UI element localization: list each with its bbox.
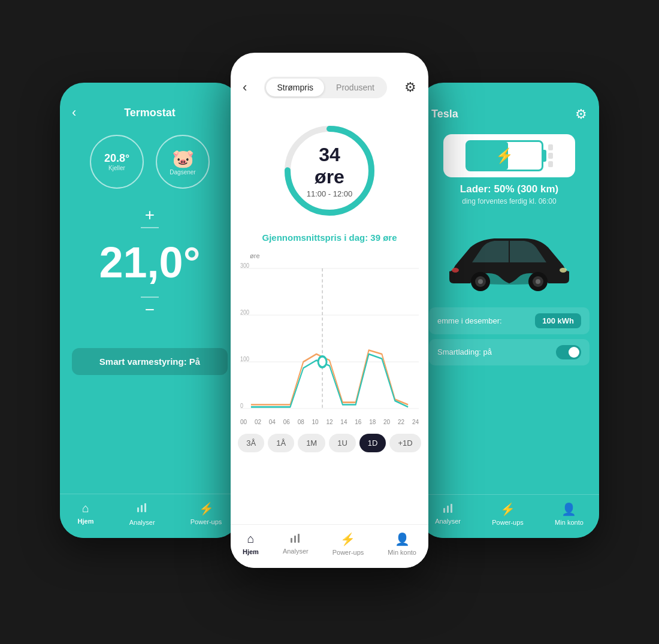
tab-strompris[interactable]: Strømpris <box>266 78 324 96</box>
period-1y[interactable]: 1Å <box>268 434 294 452</box>
battery-display: ⚡ <box>443 134 575 177</box>
x-label: 06 <box>283 419 290 425</box>
right-phone: Tesla ⚙ ⚡ Lader: 50% (300 km) ding forve <box>419 83 599 538</box>
home-icon-center: ⌂ <box>247 532 254 546</box>
nav-analyser-right[interactable]: Analyser <box>435 502 461 526</box>
nav-analyser-center[interactable]: Analyser <box>283 532 309 556</box>
smartlading-row: Smartlading: på <box>429 339 590 365</box>
donut-text: 34 øre 11:00 - 12:00 <box>304 143 355 198</box>
center-phone: ‹ Strømpris Produsent ⚙ 34 øre 11:00 - 1… <box>231 53 428 568</box>
svg-rect-29 <box>447 506 449 513</box>
charging-info: Lader: 50% (300 km) ding forventes ferdi… <box>460 183 558 205</box>
nav-minkonto-right[interactable]: 👤 Min konto <box>555 502 584 526</box>
charge-finish-time: ding forventes ferdig kl. 06:00 <box>460 197 558 205</box>
svg-point-27 <box>452 268 459 273</box>
svg-rect-16 <box>294 536 296 543</box>
smartlading-label: Smartlading: på <box>437 347 492 356</box>
period-1u[interactable]: 1U <box>329 434 356 452</box>
seg <box>548 153 553 159</box>
svg-text:200: 200 <box>240 308 249 315</box>
nav-hjem-center[interactable]: ⌂ Hjem <box>243 532 259 556</box>
energy-row: emme i desember: 100 kWh <box>429 307 590 334</box>
x-label: 24 <box>412 419 419 425</box>
tab-produsent[interactable]: Produsent <box>325 78 385 96</box>
donut-time: 11:00 - 12:00 <box>304 189 355 198</box>
average-price-text: Gjennomsnittspris i dag: 39 øre <box>231 228 428 252</box>
svg-rect-2 <box>144 503 146 512</box>
svg-text:100: 100 <box>240 355 249 362</box>
energy-label: emme i desember: <box>437 316 502 325</box>
divider-line <box>141 227 159 228</box>
tesla-car-svg <box>437 223 581 295</box>
decrease-button[interactable]: − <box>145 301 155 318</box>
back-arrow-left[interactable]: ‹ <box>72 105 76 120</box>
x-label: 20 <box>383 419 390 425</box>
savings-label: Dagsener <box>170 169 195 176</box>
smart-heating-button[interactable]: Smart varmestyring: På <box>72 348 228 375</box>
nav-minkonto-center-label: Min konto <box>388 549 416 556</box>
nav-powerups-center-label: Power-ups <box>332 549 364 556</box>
nav-powerups-left[interactable]: ⚡ Power-ups <box>191 501 222 526</box>
battery-segments <box>548 144 553 167</box>
x-label: 18 <box>369 419 376 425</box>
nav-hjem-center-label: Hjem <box>243 548 259 555</box>
x-label: 08 <box>298 419 304 425</box>
svg-rect-28 <box>443 508 445 513</box>
battery-body: ⚡ <box>465 140 543 171</box>
temperature-controls: + 21,0° − <box>60 195 240 330</box>
center-nav: ⌂ Hjem Analyser ⚡ Power-ups 👤 Min konto <box>231 524 428 568</box>
period-plus1d[interactable]: +1D <box>389 434 421 452</box>
powerups-icon-center: ⚡ <box>340 532 355 546</box>
x-label: 10 <box>312 419 319 425</box>
settings-icon-right[interactable]: ⚙ <box>575 107 587 122</box>
smartlading-toggle[interactable] <box>556 345 581 359</box>
nav-analyser-center-label: Analyser <box>283 548 309 555</box>
donut-chart-area: 34 øre 11:00 - 12:00 <box>231 108 428 228</box>
energy-value: 100 kWh <box>535 313 581 328</box>
svg-point-25 <box>536 279 540 284</box>
nav-minkonto-right-label: Min konto <box>555 519 584 526</box>
charge-percentage: Lader: 50% (300 km) <box>460 183 558 195</box>
nav-powerups-right[interactable]: ⚡ Power-ups <box>492 502 524 526</box>
home-icon-left: ⌂ <box>82 501 89 515</box>
nav-hjem-left[interactable]: ⌂ Hjem <box>78 501 94 526</box>
battery-cap <box>543 150 546 162</box>
nav-powerups-center[interactable]: ⚡ Power-ups <box>332 532 364 556</box>
analyser-icon-center <box>289 532 301 545</box>
svg-rect-30 <box>451 504 452 513</box>
temp-value: 20.8° <box>104 152 129 165</box>
divider-line-2 <box>141 297 159 298</box>
battery-bolt-icon: ⚡ <box>495 147 513 164</box>
x-label: 14 <box>340 419 347 425</box>
left-nav: ⌂ Hjem Analyser ⚡ Power-ups <box>60 494 240 538</box>
period-buttons: 3Å 1Å 1M 1U 1D +1D <box>231 425 428 458</box>
increase-button[interactable]: + <box>145 207 155 223</box>
x-axis-labels: 00 02 04 06 08 10 12 14 16 18 20 22 24 <box>240 416 419 425</box>
x-label: 22 <box>398 419 404 425</box>
nav-analyser-right-label: Analyser <box>435 518 461 525</box>
nav-minkonto-center[interactable]: 👤 Min konto <box>388 532 416 556</box>
car-image <box>419 211 599 307</box>
settings-icon-center[interactable]: ⚙ <box>404 80 416 95</box>
powerups-icon-left: ⚡ <box>199 501 214 516</box>
minkonto-icon-right: 👤 <box>561 502 576 516</box>
x-label: 16 <box>355 419 361 425</box>
svg-rect-0 <box>137 507 139 512</box>
battery-section: ⚡ Lader: 50% (300 km) ding forventes fer… <box>419 128 599 211</box>
chart-inner: 300 200 100 0 <box>240 261 419 416</box>
period-3y[interactable]: 3Å <box>238 434 264 452</box>
temperature-circle: 20.8° Kjeller <box>90 135 144 189</box>
nav-analyser-left-label: Analyser <box>129 519 155 526</box>
right-title: Tesla <box>431 108 458 120</box>
minkonto-icon-center: 👤 <box>395 532 410 546</box>
nav-analyser-left[interactable]: Analyser <box>129 501 155 526</box>
tab-group: Strømpris Produsent <box>264 77 387 98</box>
powerups-icon-right: ⚡ <box>500 502 515 516</box>
svg-text:0: 0 <box>240 401 243 409</box>
back-arrow-center[interactable]: ‹ <box>243 80 247 95</box>
period-1d[interactable]: 1D <box>359 434 386 452</box>
x-label: 04 <box>269 419 276 425</box>
period-1m[interactable]: 1M <box>298 434 325 452</box>
x-label: 00 <box>240 419 247 425</box>
svg-rect-15 <box>291 538 292 543</box>
